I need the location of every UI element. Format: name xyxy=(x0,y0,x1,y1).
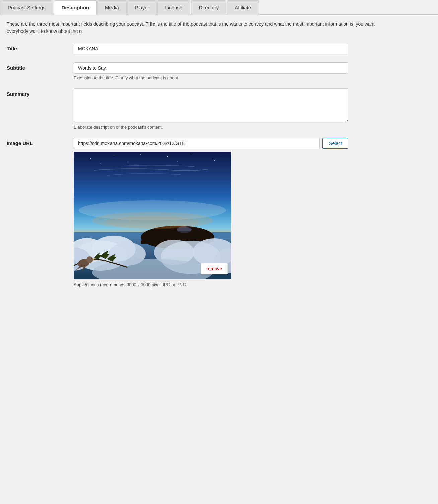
image-url-input[interactable] xyxy=(74,138,320,149)
tab-license[interactable]: License xyxy=(157,0,190,15)
title-label: Title xyxy=(7,43,74,51)
podcast-settings-container: Podcast Settings Description Media Playe… xyxy=(0,0,438,305)
svg-point-7 xyxy=(100,163,101,164)
tab-affiliate[interactable]: Affiliate xyxy=(227,0,259,15)
summary-textarea[interactable] xyxy=(74,88,348,122)
svg-point-30 xyxy=(86,256,93,263)
image-url-hint: Apple/iTunes recommends 3000 x 3000 pixe… xyxy=(74,282,348,287)
subtitle-row: Subtitle Extension to the title. Clarify… xyxy=(7,62,431,80)
image-url-field-wrap: Select xyxy=(74,138,348,287)
title-row: Title xyxy=(7,43,431,54)
summary-label: Summary xyxy=(7,88,74,97)
title-field-wrap xyxy=(74,43,348,54)
svg-point-4 xyxy=(167,156,168,158)
preview-svg xyxy=(74,152,231,279)
subtitle-label: Subtitle xyxy=(7,62,74,71)
svg-point-5 xyxy=(191,155,191,155)
summary-row: Summary Elaborate description of the pod… xyxy=(7,88,431,130)
tab-description[interactable]: Description xyxy=(54,0,97,15)
tab-media[interactable]: Media xyxy=(97,0,127,15)
tab-player[interactable]: Player xyxy=(127,0,157,15)
svg-point-6 xyxy=(214,160,215,161)
svg-point-1 xyxy=(90,158,91,159)
image-preview-wrap: remove xyxy=(74,152,231,279)
svg-point-2 xyxy=(114,155,114,156)
image-url-row: Image URL Select xyxy=(7,138,431,287)
summary-field-wrap: Elaborate description of the podcast's c… xyxy=(74,88,348,130)
svg-point-10 xyxy=(221,158,221,158)
title-input[interactable] xyxy=(74,43,348,54)
tab-directory[interactable]: Directory xyxy=(191,0,226,15)
description-content: These are the three most important field… xyxy=(0,15,438,305)
tabs-bar: Podcast Settings Description Media Playe… xyxy=(0,0,438,15)
image-preview xyxy=(74,152,231,279)
subtitle-hint: Extension to the title. Clarify what the… xyxy=(74,75,348,80)
svg-point-9 xyxy=(177,161,178,162)
svg-point-3 xyxy=(140,154,141,155)
svg-point-8 xyxy=(127,162,128,162)
select-button[interactable]: Select xyxy=(322,138,348,149)
remove-button[interactable]: remove xyxy=(201,263,228,274)
intro-text: These are the three most important field… xyxy=(7,21,375,35)
tab-podcast-settings[interactable]: Podcast Settings xyxy=(0,0,53,15)
summary-hint: Elaborate description of the podcast's c… xyxy=(74,125,348,130)
image-url-input-row: Select xyxy=(74,138,348,149)
subtitle-input[interactable] xyxy=(74,62,348,74)
intro-bold-title: Title xyxy=(146,21,155,27)
image-url-label: Image URL xyxy=(7,138,74,146)
subtitle-field-wrap: Extension to the title. Clarify what the… xyxy=(74,62,348,80)
svg-point-18 xyxy=(177,228,192,231)
svg-point-34 xyxy=(105,216,199,228)
svg-point-32 xyxy=(90,258,91,259)
